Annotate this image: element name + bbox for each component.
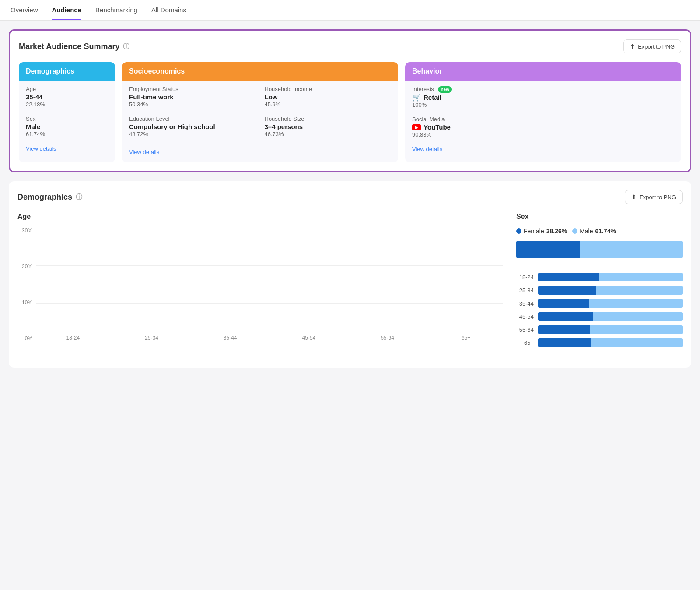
market-summary-export-button[interactable]: ⬆ Export to PNG — [623, 39, 681, 53]
market-audience-summary-card: Market Audience Summary ⓘ ⬆ Export to PN… — [9, 29, 691, 172]
market-summary-title: Market Audience Summary — [19, 42, 119, 51]
age-sex-row-25-34: 25-34 — [516, 286, 682, 295]
male-seg-45-54 — [593, 312, 682, 321]
male-legend: Male 61.74% — [572, 228, 616, 235]
bar-group-25-34: 25-34 — [115, 331, 189, 341]
social-label: Social Media — [412, 116, 674, 123]
y-label-30: 30% — [22, 228, 32, 234]
household-pct: 46.73% — [265, 131, 392, 137]
employment-pct: 50.34% — [129, 101, 256, 108]
demographics-export-button[interactable]: ⬆ Export to PNG — [625, 190, 682, 204]
age-sex-row-18-24: 18-24 — [516, 273, 682, 281]
behavior-section: Behavior Interests new 🛒 Retail 100% — [405, 62, 681, 162]
behavior-header: Behavior — [405, 62, 681, 81]
female-seg-25-34 — [538, 286, 596, 295]
male-dot — [572, 228, 578, 234]
y-axis: 30% 20% 10% 0% — [18, 228, 36, 341]
age-sex-label-18-24: 18-24 — [516, 274, 534, 281]
interests-stat: Interests new 🛒 Retail 100% — [412, 86, 674, 108]
demographics-title: Demographics — [18, 193, 72, 202]
bar-group-65+: 65+ — [429, 331, 503, 341]
female-segment — [516, 241, 580, 258]
age-sex-label-65+: 65+ — [516, 340, 534, 346]
bar-chart: 18-2425-3435-4445-5455-6465+ — [36, 228, 503, 341]
demographics-header: Demographics — [19, 62, 115, 81]
nav-item-audience[interactable]: Audience — [52, 6, 82, 20]
nav-item-benchmarking[interactable]: Benchmarking — [95, 6, 137, 20]
age-sex-label-55-64: 55-64 — [516, 327, 534, 333]
income-label: Household Income — [265, 86, 392, 92]
employment-label: Employment Status — [129, 86, 256, 92]
bar-group-55-64: 55-64 — [350, 331, 425, 341]
bar-label-25-34: 25-34 — [145, 335, 158, 341]
bar-label-18-24: 18-24 — [66, 335, 80, 341]
age-sex-row-65+: 65+ — [516, 338, 682, 347]
household-value: 3–4 persons — [265, 123, 392, 130]
age-label: Age — [26, 86, 108, 92]
bar-group-18-24: 18-24 — [36, 331, 110, 341]
age-pct: 22.18% — [26, 101, 108, 108]
age-sex-bar-25-34 — [538, 286, 682, 295]
export-icon: ⬆ — [630, 43, 635, 50]
household-stat: Household Size 3–4 persons 46.73% — [265, 116, 392, 137]
male-pct: 61.74% — [595, 228, 616, 235]
age-chart: Age 30% 20% 10% 0% 18-2425-3435-4445- — [18, 213, 503, 359]
male-label: Male — [580, 228, 593, 235]
age-stat: Age 35-44 22.18% — [26, 86, 108, 108]
demographics-info-icon[interactable]: ⓘ — [76, 193, 82, 201]
y-label-20: 20% — [22, 263, 32, 270]
behavior-view-details[interactable]: View details — [412, 146, 674, 152]
sex-value: Male — [26, 123, 108, 130]
socioeconomics-header: Socioeconomics — [122, 62, 398, 81]
market-summary-export-label: Export to PNG — [638, 43, 675, 50]
age-sex-row-45-54: 45-54 — [516, 312, 682, 321]
nav-item-all-domains[interactable]: All Domains — [151, 6, 186, 20]
education-value: Compulsory or High school — [129, 123, 256, 130]
age-sex-bar-35-44 — [538, 299, 682, 308]
age-sex-label-45-54: 45-54 — [516, 313, 534, 320]
education-stat: Education Level Compulsory or High schoo… — [129, 116, 256, 137]
bar-label-65+: 65+ — [462, 335, 470, 341]
divider — [516, 267, 682, 267]
age-sex-bar-65+ — [538, 338, 682, 347]
sex-label: Sex — [26, 116, 108, 122]
female-seg-55-64 — [538, 325, 590, 334]
male-seg-35-44 — [589, 299, 683, 308]
sex-pct: 61.74% — [26, 131, 108, 137]
female-pct: 38.26% — [546, 228, 567, 235]
age-sex-row-55-64: 55-64 — [516, 325, 682, 334]
social-value: YouTube — [412, 123, 674, 131]
education-pct: 48.72% — [129, 131, 256, 137]
sex-chart: Sex Female 38.26% Male 61.74% — [516, 213, 682, 359]
summary-sections: Demographics Age 35-44 22.18% Sex Male 6… — [19, 62, 681, 162]
bar-label-35-44: 35-44 — [224, 335, 237, 341]
age-sex-bar-55-64 — [538, 325, 682, 334]
sex-legend: Female 38.26% Male 61.74% — [516, 228, 682, 235]
income-pct: 45.9% — [265, 101, 392, 108]
charts-row: Age 30% 20% 10% 0% 18-2425-3435-4445- — [18, 213, 682, 359]
sex-chart-title: Sex — [516, 213, 682, 221]
interests-value: 🛒 Retail — [412, 93, 674, 102]
cart-icon: 🛒 — [412, 93, 421, 102]
new-badge: new — [438, 86, 452, 93]
social-stat: Social Media YouTube 90.83% — [412, 116, 674, 138]
male-seg-55-64 — [590, 325, 682, 334]
total-stacked-bar — [516, 241, 682, 258]
socioeconomics-view-details[interactable]: View details — [129, 149, 391, 155]
male-seg-25-34 — [596, 286, 682, 295]
age-sex-label-35-44: 35-44 — [516, 300, 534, 307]
demographics-card: Demographics ⓘ ⬆ Export to PNG Age — [9, 181, 691, 368]
age-bar-chart-area: 30% 20% 10% 0% 18-2425-3435-4445-5455-64… — [18, 228, 503, 359]
market-summary-info-icon[interactable]: ⓘ — [123, 42, 130, 51]
demographics-section: Demographics Age 35-44 22.18% Sex Male 6… — [19, 62, 115, 162]
male-seg-18-24 — [599, 273, 682, 281]
age-chart-title: Age — [18, 213, 503, 221]
age-sex-label-25-34: 25-34 — [516, 287, 534, 294]
demographics-export-label: Export to PNG — [639, 194, 676, 200]
demographics-view-details[interactable]: View details — [26, 145, 108, 152]
household-label: Household Size — [265, 116, 392, 122]
female-seg-65+ — [538, 338, 592, 347]
nav-item-overview[interactable]: Overview — [10, 6, 38, 20]
age-sex-rows: 18-2425-3435-4445-5455-6465+ — [516, 273, 682, 347]
employment-stat: Employment Status Full-time work 50.34% — [129, 86, 256, 108]
